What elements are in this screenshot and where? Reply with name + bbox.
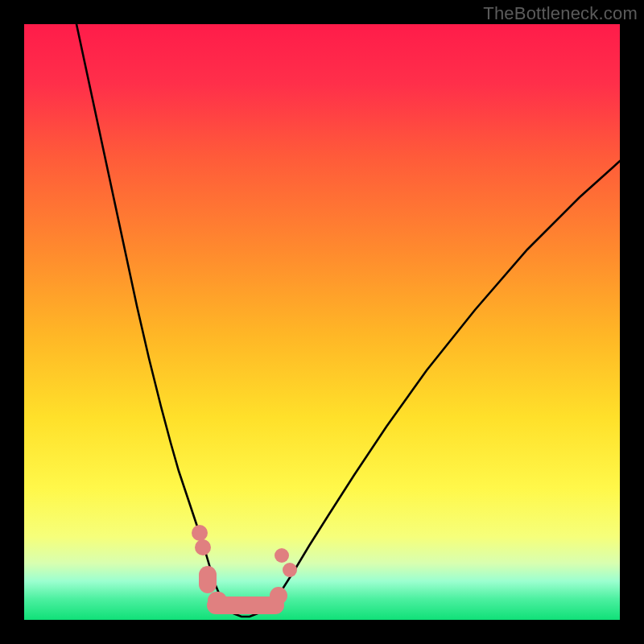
data-marker — [275, 548, 289, 563]
curve-right-branch — [266, 161, 620, 609]
watermark-text: TheBottleneck.com — [483, 3, 638, 24]
data-marker — [192, 525, 208, 541]
data-marker — [208, 592, 227, 609]
data-marker — [195, 539, 211, 555]
data-marker — [199, 566, 217, 593]
data-marker — [270, 587, 287, 605]
plot-area — [24, 24, 620, 620]
bottleneck-curve — [24, 24, 620, 620]
curve-left-branch — [76, 24, 227, 609]
data-marker — [283, 563, 297, 577]
chart-frame: TheBottleneck.com — [0, 0, 644, 644]
